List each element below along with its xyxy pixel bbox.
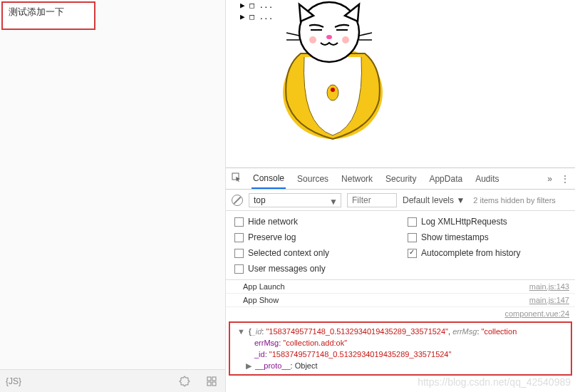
tab-audits[interactable]: Audits <box>474 170 500 188</box>
log-source-link[interactable]: main.js:143 <box>529 282 569 291</box>
console-settings: Hide network Log XMLHttpRequests Preserv… <box>226 211 575 280</box>
svg-point-10 <box>342 36 349 43</box>
expand-icon[interactable]: ▶ <box>246 361 252 370</box>
log-message: App Launch <box>232 282 529 291</box>
checkbox-icon[interactable] <box>234 264 244 274</box>
kebab-menu-icon[interactable]: ⋮ <box>561 174 569 184</box>
setting-autocomplete[interactable]: Autocomplete from history <box>408 248 566 258</box>
context-select[interactable]: top ▼ <box>249 193 341 207</box>
watermark: https://blog.csdn.net/qq_42540989 <box>418 376 571 388</box>
checkbox-icon[interactable] <box>234 233 244 242</box>
log-message: App Show <box>232 296 529 304</box>
tab-appdata[interactable]: AppData <box>428 170 464 188</box>
svg-rect-0 <box>207 377 211 381</box>
bottom-toolbar: {JS} <box>0 369 225 392</box>
preview-area: ▶ □ ... ▶ □ ... <box>226 0 575 168</box>
levels-dropdown[interactable]: Default levels ▼ <box>403 195 465 205</box>
checkbox-icon[interactable] <box>234 217 244 227</box>
filter-input[interactable] <box>347 193 397 207</box>
cartoon-cat-image <box>265 0 393 143</box>
grid-icon[interactable] <box>198 370 225 393</box>
console-filter-bar: top ▼ Default levels ▼ 2 items hidden by… <box>226 190 575 211</box>
collapse-icon[interactable]: ▼ <box>237 327 245 336</box>
js-icon[interactable]: {JS} <box>0 370 27 393</box>
expanded-object[interactable]: ▼ {_id: "1583749577148_0.513293401943528… <box>229 321 572 376</box>
chevron-down-icon: ▼ <box>329 197 338 207</box>
setting-preserve-log[interactable]: Preserve log <box>234 232 393 242</box>
checkbox-icon[interactable] <box>234 249 244 258</box>
log-source-link[interactable]: component.vue:24 <box>504 309 569 318</box>
tab-sources[interactable]: Sources <box>296 170 330 188</box>
svg-rect-1 <box>212 377 216 381</box>
highlighted-text: 测试添加一下 <box>9 6 64 19</box>
inspect-icon[interactable] <box>232 172 242 185</box>
log-row[interactable]: App Show main.js:147 <box>226 294 575 307</box>
more-tabs-icon[interactable]: » <box>547 174 552 184</box>
left-sidebar: 测试添加一下 {JS} <box>0 0 226 392</box>
setting-show-timestamps[interactable]: Show timestamps <box>408 232 566 242</box>
setting-hide-network[interactable]: Hide network <box>234 217 393 227</box>
devtools-tabs: Console Sources Network Security AppData… <box>226 168 575 190</box>
tab-console[interactable]: Console <box>252 169 286 189</box>
highlighted-item[interactable]: 测试添加一下 <box>1 1 95 30</box>
setting-selected-context[interactable]: Selected context only <box>234 248 393 258</box>
tab-security[interactable]: Security <box>384 170 418 188</box>
context-select-value: top <box>254 195 266 205</box>
log-source-link[interactable]: main.js:147 <box>529 296 569 304</box>
svg-point-15 <box>327 85 338 100</box>
checkbox-icon[interactable] <box>408 217 417 227</box>
hidden-items-msg: 2 items hidden by filters <box>473 196 556 205</box>
svg-line-13 <box>359 33 372 36</box>
svg-line-11 <box>286 33 299 36</box>
checkbox-icon[interactable] <box>408 249 417 258</box>
log-row[interactable]: App Launch main.js:143 <box>226 280 575 294</box>
setting-log-xhr[interactable]: Log XMLHttpRequests <box>408 217 566 227</box>
svg-rect-2 <box>207 382 211 386</box>
console-output: App Launch main.js:143 App Show main.js:… <box>226 280 575 392</box>
svg-point-16 <box>331 88 335 92</box>
svg-rect-3 <box>212 382 216 386</box>
clear-console-icon[interactable] <box>232 195 243 206</box>
tab-network[interactable]: Network <box>340 170 374 188</box>
svg-point-8 <box>326 35 332 39</box>
puzzle-icon[interactable] <box>171 370 198 393</box>
right-panel: ▶ □ ... ▶ □ ... <box>226 0 575 392</box>
setting-user-messages[interactable]: User messages only <box>234 264 393 274</box>
checkbox-icon[interactable] <box>408 233 417 242</box>
svg-point-9 <box>309 36 316 43</box>
log-row[interactable]: component.vue:24 <box>226 307 575 320</box>
